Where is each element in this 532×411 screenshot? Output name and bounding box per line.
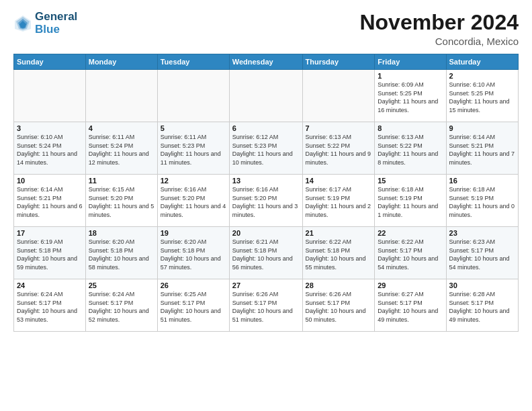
calendar-cell: 8Sunrise: 6:13 AM Sunset: 5:22 PM Daylig… <box>375 122 446 175</box>
calendar: SundayMondayTuesdayWednesdayThursdayFrid… <box>13 54 519 332</box>
logo-text-block: General Blue <box>35 11 77 36</box>
day-info: Sunrise: 6:13 AM Sunset: 5:22 PM Dayligh… <box>378 133 443 167</box>
day-info: Sunrise: 6:28 AM Sunset: 5:17 PM Dayligh… <box>449 290 515 324</box>
day-number: 20 <box>232 229 300 237</box>
day-info: Sunrise: 6:13 AM Sunset: 5:22 PM Dayligh… <box>306 133 372 167</box>
day-info: Sunrise: 6:23 AM Sunset: 5:17 PM Dayligh… <box>449 238 515 271</box>
day-info: Sunrise: 6:09 AM Sunset: 5:25 PM Dayligh… <box>378 81 443 114</box>
calendar-week-4: 17Sunrise: 6:19 AM Sunset: 5:18 PM Dayli… <box>14 227 519 279</box>
calendar-cell: 19Sunrise: 6:20 AM Sunset: 5:18 PM Dayli… <box>157 227 229 279</box>
day-info: Sunrise: 6:22 AM Sunset: 5:18 PM Dayligh… <box>306 238 372 271</box>
page: General Blue November 2024 Concordia, Me… <box>0 0 532 411</box>
calendar-cell: 3Sunrise: 6:10 AM Sunset: 5:24 PM Daylig… <box>14 122 86 175</box>
calendar-cell: 15Sunrise: 6:18 AM Sunset: 5:19 PM Dayli… <box>375 175 446 227</box>
header-row: SundayMondayTuesdayWednesdayThursdayFrid… <box>14 54 519 70</box>
calendar-cell: 17Sunrise: 6:19 AM Sunset: 5:18 PM Dayli… <box>14 227 86 279</box>
day-info: Sunrise: 6:26 AM Sunset: 5:17 PM Dayligh… <box>232 290 300 324</box>
day-number: 9 <box>449 124 515 132</box>
day-number: 26 <box>161 281 226 289</box>
day-info: Sunrise: 6:24 AM Sunset: 5:17 PM Dayligh… <box>17 290 83 324</box>
calendar-cell: 28Sunrise: 6:26 AM Sunset: 5:17 PM Dayli… <box>302 279 375 332</box>
day-number: 5 <box>161 124 226 132</box>
day-info: Sunrise: 6:12 AM Sunset: 5:23 PM Dayligh… <box>232 133 300 167</box>
title-block: November 2024 Concordia, Mexico <box>359 11 519 47</box>
day-number: 21 <box>306 229 372 237</box>
calendar-cell: 2Sunrise: 6:10 AM Sunset: 5:25 PM Daylig… <box>446 70 518 122</box>
day-info: Sunrise: 6:21 AM Sunset: 5:18 PM Dayligh… <box>232 238 300 271</box>
day-header-thursday: Thursday <box>302 54 375 70</box>
day-number: 18 <box>89 229 154 237</box>
day-info: Sunrise: 6:16 AM Sunset: 5:20 PM Dayligh… <box>232 185 300 219</box>
day-number: 28 <box>306 281 372 289</box>
day-number: 30 <box>449 281 515 289</box>
calendar-header: SundayMondayTuesdayWednesdayThursdayFrid… <box>14 54 519 70</box>
calendar-cell: 23Sunrise: 6:23 AM Sunset: 5:17 PM Dayli… <box>446 227 518 279</box>
day-number: 15 <box>378 177 443 185</box>
day-number: 11 <box>89 177 154 185</box>
calendar-cell: 24Sunrise: 6:24 AM Sunset: 5:17 PM Dayli… <box>14 279 86 332</box>
calendar-cell: 5Sunrise: 6:11 AM Sunset: 5:23 PM Daylig… <box>157 122 229 175</box>
calendar-cell <box>14 70 86 122</box>
day-number: 29 <box>378 281 443 289</box>
day-info: Sunrise: 6:14 AM Sunset: 5:21 PM Dayligh… <box>17 185 83 219</box>
calendar-cell <box>157 70 229 122</box>
calendar-cell: 21Sunrise: 6:22 AM Sunset: 5:18 PM Dayli… <box>302 227 375 279</box>
day-number: 19 <box>161 229 226 237</box>
logo-icon <box>13 14 32 33</box>
logo: General Blue <box>13 11 77 36</box>
day-number: 17 <box>17 229 83 237</box>
day-info: Sunrise: 6:24 AM Sunset: 5:17 PM Dayligh… <box>89 290 154 324</box>
day-info: Sunrise: 6:26 AM Sunset: 5:17 PM Dayligh… <box>306 290 372 324</box>
calendar-cell: 29Sunrise: 6:27 AM Sunset: 5:17 PM Dayli… <box>375 279 446 332</box>
day-info: Sunrise: 6:19 AM Sunset: 5:18 PM Dayligh… <box>17 238 83 271</box>
calendar-cell: 4Sunrise: 6:11 AM Sunset: 5:24 PM Daylig… <box>85 122 157 175</box>
day-number: 14 <box>306 177 372 185</box>
header: General Blue November 2024 Concordia, Me… <box>13 11 519 47</box>
day-info: Sunrise: 6:20 AM Sunset: 5:18 PM Dayligh… <box>161 238 226 271</box>
day-header-tuesday: Tuesday <box>157 54 229 70</box>
day-number: 7 <box>306 124 372 132</box>
logo-line2: Blue <box>35 24 77 36</box>
calendar-cell: 6Sunrise: 6:12 AM Sunset: 5:23 PM Daylig… <box>229 122 302 175</box>
calendar-cell: 30Sunrise: 6:28 AM Sunset: 5:17 PM Dayli… <box>446 279 518 332</box>
calendar-cell <box>302 70 375 122</box>
calendar-cell: 22Sunrise: 6:22 AM Sunset: 5:17 PM Dayli… <box>375 227 446 279</box>
day-number: 12 <box>161 177 226 185</box>
day-info: Sunrise: 6:11 AM Sunset: 5:23 PM Dayligh… <box>161 133 226 167</box>
calendar-week-2: 3Sunrise: 6:10 AM Sunset: 5:24 PM Daylig… <box>14 122 519 175</box>
day-number: 23 <box>449 229 515 237</box>
day-header-friday: Friday <box>375 54 446 70</box>
calendar-body: 1Sunrise: 6:09 AM Sunset: 5:25 PM Daylig… <box>14 70 519 332</box>
calendar-week-1: 1Sunrise: 6:09 AM Sunset: 5:25 PM Daylig… <box>14 70 519 122</box>
day-header-monday: Monday <box>85 54 157 70</box>
day-info: Sunrise: 6:18 AM Sunset: 5:19 PM Dayligh… <box>378 185 443 219</box>
day-number: 16 <box>449 177 515 185</box>
calendar-cell: 9Sunrise: 6:14 AM Sunset: 5:21 PM Daylig… <box>446 122 518 175</box>
day-info: Sunrise: 6:22 AM Sunset: 5:17 PM Dayligh… <box>378 238 443 271</box>
day-number: 22 <box>378 229 443 237</box>
day-number: 6 <box>232 124 300 132</box>
day-info: Sunrise: 6:10 AM Sunset: 5:25 PM Dayligh… <box>449 81 515 114</box>
day-info: Sunrise: 6:17 AM Sunset: 5:19 PM Dayligh… <box>306 185 372 219</box>
day-number: 24 <box>17 281 83 289</box>
day-number: 3 <box>17 124 83 132</box>
calendar-cell: 20Sunrise: 6:21 AM Sunset: 5:18 PM Dayli… <box>229 227 302 279</box>
logo-line1: General <box>35 11 77 24</box>
calendar-cell <box>85 70 157 122</box>
day-info: Sunrise: 6:10 AM Sunset: 5:24 PM Dayligh… <box>17 133 83 167</box>
day-info: Sunrise: 6:27 AM Sunset: 5:17 PM Dayligh… <box>378 290 443 324</box>
day-number: 10 <box>17 177 83 185</box>
day-info: Sunrise: 6:16 AM Sunset: 5:20 PM Dayligh… <box>161 185 226 219</box>
day-number: 2 <box>449 72 515 80</box>
subtitle: Concordia, Mexico <box>359 36 519 47</box>
day-info: Sunrise: 6:14 AM Sunset: 5:21 PM Dayligh… <box>449 133 515 167</box>
day-number: 13 <box>232 177 300 185</box>
calendar-week-3: 10Sunrise: 6:14 AM Sunset: 5:21 PM Dayli… <box>14 175 519 227</box>
day-header-sunday: Sunday <box>14 54 86 70</box>
day-info: Sunrise: 6:11 AM Sunset: 5:24 PM Dayligh… <box>89 133 154 167</box>
calendar-cell: 16Sunrise: 6:18 AM Sunset: 5:19 PM Dayli… <box>446 175 518 227</box>
day-number: 27 <box>232 281 300 289</box>
calendar-cell: 1Sunrise: 6:09 AM Sunset: 5:25 PM Daylig… <box>375 70 446 122</box>
calendar-week-5: 24Sunrise: 6:24 AM Sunset: 5:17 PM Dayli… <box>14 279 519 332</box>
day-number: 1 <box>378 72 443 80</box>
